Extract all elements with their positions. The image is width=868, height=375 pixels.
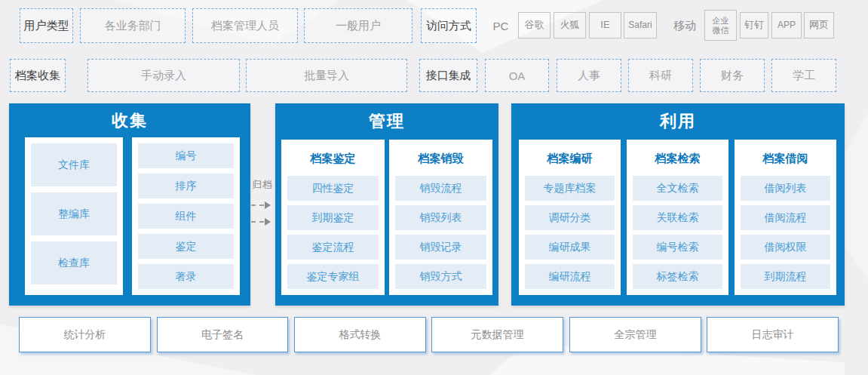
archive-appraisal-header: 档案鉴定 <box>287 146 379 171</box>
archive-borrowing-header: 档案借阅 <box>741 146 830 171</box>
archive-arrow-icon <box>251 201 274 209</box>
client-wecom-box: 企业微信 <box>704 10 737 41</box>
archive-appraisal-column: 档案鉴定 四性鉴定 到期鉴定 鉴定流程 鉴定专家组 <box>281 140 385 295</box>
utility-audit-log-box: 日志审计 <box>707 317 839 352</box>
archive-collection-label-box: 档案收集 <box>10 59 66 92</box>
user-type-label-box: 用户类型 <box>20 8 73 43</box>
tile-compilation-results: 编研成果 <box>525 235 615 260</box>
collection-libraries-column: 文件库 整编库 检查库 <box>25 137 123 295</box>
archive-connector: 归档 <box>250 103 275 306</box>
utility-statistics-box: 统计分析 <box>19 317 151 352</box>
tile-related-search: 关联检索 <box>633 205 722 230</box>
system-finance-box: 财务 <box>700 59 765 92</box>
tile-expiry-appraisal: 到期鉴定 <box>287 205 379 230</box>
system-hr-box: 人事 <box>557 59 621 92</box>
architecture-diagram: 用户类型 各业务部门 档案管理人员 一般用户 访问方式 PC 谷歌 火狐 IE … <box>0 0 868 375</box>
tile-destruction-records: 销毁记录 <box>395 235 486 260</box>
client-dingtalk-box: 钉钉 <box>740 12 768 38</box>
collection-operations-column: 编号 排序 组件 鉴定 著录 <box>132 137 240 295</box>
browser-chrome-box: 谷歌 <box>518 12 551 38</box>
tile-sorting: 排序 <box>138 174 234 198</box>
collection-channel-row: 档案收集 手动录入 批量导入 接口集成 OA 人事 科研 财务 学工 <box>0 59 868 92</box>
system-research-box: 科研 <box>628 59 693 92</box>
tile-number-search: 编号检索 <box>633 235 722 260</box>
tile-borrowing-list: 借阅列表 <box>741 176 830 201</box>
tile-four-nature-appraisal: 四性鉴定 <box>287 176 379 201</box>
archive-arrow-icon <box>251 218 274 226</box>
tile-destruction-workflow: 销毁流程 <box>395 176 486 201</box>
tile-check-library: 检查库 <box>31 241 117 284</box>
utilization-panel-title: 利用 <box>511 103 845 140</box>
utilization-panel: 利用 档案编研 专题库档案 调研分类 编研成果 编研流程 档案检索 全文检索 关… <box>511 103 845 306</box>
archive-destruction-column: 档案销毁 销毁流程 销毁列表 销毁记录 销毁方式 <box>389 140 492 295</box>
archive-destruction-header: 档案销毁 <box>395 146 486 171</box>
utility-fonds-management-box: 全宗管理 <box>569 317 701 352</box>
archive-borrowing-column: 档案借阅 借阅列表 借阅流程 借阅权限 到期流程 <box>735 140 836 295</box>
tile-research-classification: 调研分类 <box>525 205 615 230</box>
archive-compilation-column: 档案编研 专题库档案 调研分类 编研成果 编研流程 <box>519 140 621 295</box>
collection-panel: 收集 文件库 整编库 检查库 编号 排序 组件 鉴定 著录 <box>9 103 250 306</box>
management-panel-title: 管理 <box>275 103 498 140</box>
client-app-box: APP <box>771 12 802 38</box>
tile-expiry-workflow: 到期流程 <box>741 264 830 289</box>
tile-thematic-library: 专题库档案 <box>525 176 615 201</box>
archive-search-column: 档案检索 全文检索 关联检索 编号检索 标签检索 <box>627 140 728 295</box>
access-method-label-box: 访问方式 <box>421 8 477 43</box>
tile-fulltext-search: 全文检索 <box>633 176 722 201</box>
user-box-business-depts: 各业务部门 <box>80 8 186 43</box>
browser-safari-box: Safari <box>624 12 657 38</box>
tile-borrowing-workflow: 借阅流程 <box>741 205 830 230</box>
archive-compilation-header: 档案编研 <box>525 146 615 171</box>
utility-metadata-box: 元数据管理 <box>431 317 563 352</box>
user-box-general-users: 一般用户 <box>304 8 413 43</box>
browser-firefox-box: 火狐 <box>554 12 586 38</box>
browser-ie-box: IE <box>589 12 621 38</box>
batch-import-box: 批量导入 <box>246 59 407 92</box>
collection-panel-title: 收集 <box>9 103 250 137</box>
system-oa-box: OA <box>485 59 549 92</box>
management-panel: 管理 档案鉴定 四性鉴定 到期鉴定 鉴定流程 鉴定专家组 档案销毁 销毁流程 销… <box>275 103 498 306</box>
system-student-box: 学工 <box>771 59 836 92</box>
manual-entry-box: 手动录入 <box>87 59 240 92</box>
tile-arrangement-library: 整编库 <box>31 192 117 235</box>
tile-appraisal-workflow: 鉴定流程 <box>287 235 379 260</box>
utility-esignature-box: 电子签名 <box>157 317 288 352</box>
tile-appraisal-expert-group: 鉴定专家组 <box>287 264 379 289</box>
client-web-box: 网页 <box>804 12 834 38</box>
tile-tag-search: 标签检索 <box>633 264 722 289</box>
tile-file-library: 文件库 <box>31 143 117 186</box>
user-box-archive-managers: 档案管理人员 <box>192 8 298 43</box>
interface-integration-label-box: 接口集成 <box>419 59 477 92</box>
tile-borrowing-permission: 借阅权限 <box>741 235 830 260</box>
tile-appraisal: 鉴定 <box>138 234 234 259</box>
tile-component: 组件 <box>138 204 234 229</box>
tile-destruction-method: 销毁方式 <box>395 264 486 289</box>
tile-destruction-list: 销毁列表 <box>395 205 486 230</box>
user-type-row: 用户类型 各业务部门 档案管理人员 一般用户 访问方式 <box>0 8 868 43</box>
tile-description: 著录 <box>138 264 234 289</box>
pc-group-label: PC <box>489 8 513 43</box>
utility-format-conversion-box: 格式转换 <box>294 317 426 352</box>
mobile-group-label: 移动 <box>670 8 700 43</box>
archive-connector-label: 归档 <box>252 178 273 192</box>
archive-search-header: 档案检索 <box>633 146 722 171</box>
tile-compilation-workflow: 编研流程 <box>525 264 615 289</box>
tile-numbering: 编号 <box>138 143 234 168</box>
